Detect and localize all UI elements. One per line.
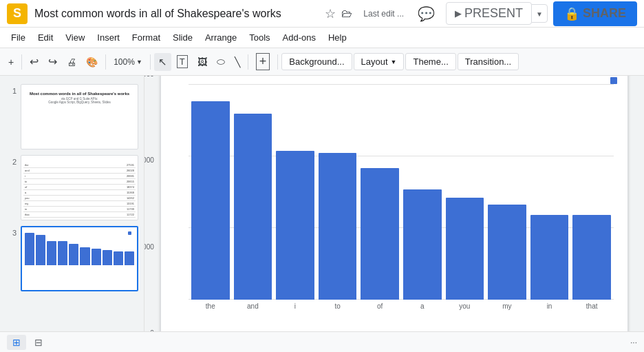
menu-file[interactable]: File (6, 30, 31, 45)
present-play-icon: ▶ (455, 8, 462, 19)
bottom-dots: ··· (630, 338, 637, 347)
star-icon[interactable]: ☆ (325, 6, 336, 21)
bar-of (361, 168, 399, 300)
menu-arrange[interactable]: Arrange (200, 30, 242, 45)
bar-that (572, 215, 611, 299)
x-label-in: in (530, 302, 569, 310)
toolbar: + ↩ ↪ 🖨 🎨 100% ▼ ↖ T 🖼 ⬭ ╲ + Background.… (0, 48, 644, 76)
print-icon: 🖨 (67, 56, 76, 68)
share-label: SHARE (583, 6, 626, 21)
slide-item-1[interactable]: 1 Most common words in all of Shakespear… (0, 81, 144, 152)
redo-button[interactable]: ↪ (44, 52, 61, 71)
menu-slide[interactable]: Slide (167, 30, 198, 45)
background-label: Background... (289, 56, 344, 67)
slide1-title: Most common words in all of Shakespeare'… (25, 92, 133, 96)
toolbar-separator-1 (21, 54, 22, 70)
x-label-you: you (446, 302, 484, 310)
main-area: 1 Most common words in all of Shakespear… (0, 76, 644, 331)
bar-to (319, 153, 357, 300)
y-label-30000: 30000 (144, 76, 154, 78)
list-view-icon: ⊟ (34, 337, 43, 348)
slide3-chart (22, 227, 137, 265)
grid-view-icon: ⊞ (12, 337, 21, 348)
bar-the (191, 101, 230, 300)
canvas-area: 30000 20000 10000 0 (144, 76, 644, 331)
last-edit-link[interactable]: Last edit ... (358, 6, 409, 21)
slide-number-3: 3 (6, 229, 17, 237)
bar-you (446, 198, 484, 299)
line-icon: ╲ (235, 56, 240, 68)
menu-help[interactable]: Help (323, 30, 352, 45)
present-dropdown-button[interactable]: ▼ (531, 4, 548, 23)
title-bar: S Most common words in all of Shakespear… (0, 0, 644, 28)
shapes-button[interactable]: ⬭ (213, 53, 229, 70)
bar-col-to (319, 84, 357, 300)
present-label: PRESENT (464, 6, 523, 21)
chart-plot (189, 84, 614, 300)
bar-i (276, 151, 314, 300)
add-slide-button[interactable]: + (4, 54, 18, 70)
x-label-a: a (403, 302, 442, 310)
menu-insert[interactable]: Insert (92, 30, 125, 45)
list-view-button[interactable]: ⊟ (29, 335, 48, 350)
undo-icon: ↩ (30, 55, 39, 68)
layout-button[interactable]: Layout ▼ (354, 53, 405, 70)
zoom-button[interactable]: 100% ▼ (109, 54, 147, 70)
comment-button[interactable]: 💬 (415, 3, 438, 25)
add-icon: + (256, 53, 270, 70)
line-button[interactable]: ╲ (230, 54, 244, 70)
x-labels: the and i to of a you my in that (189, 302, 614, 310)
y-label-10000: 10000 (144, 243, 154, 251)
slide-thumb-1[interactable]: Most common words in all of Shakespeare'… (21, 84, 138, 149)
share-button[interactable]: 🔒 SHARE (553, 1, 637, 26)
y-axis: 30000 20000 10000 0 (144, 76, 160, 331)
background-button[interactable]: Background... (281, 53, 352, 70)
slide-item-2[interactable]: 2 the27591 and26028 i20681 to20655 of183… (0, 152, 144, 223)
toolbar-separator-5 (277, 54, 278, 70)
layout-label: Layout (361, 56, 388, 67)
grid-view-button[interactable]: ⊞ (7, 335, 26, 350)
slide1-subtitle: via GCP and G Suite APIs:Google Apps Scr… (25, 97, 133, 104)
slide-thumb-3[interactable] (21, 226, 138, 291)
bar-col-of (361, 84, 399, 300)
slide-thumb-2[interactable]: the27591 and26028 i20681 to20655 of18374… (21, 155, 138, 220)
redo-icon: ↪ (48, 55, 57, 68)
menu-tools[interactable]: Tools (244, 30, 275, 45)
text-box-button[interactable]: T (173, 52, 192, 71)
add-element-button[interactable]: + (252, 50, 275, 73)
toolbar-separator-4 (248, 54, 248, 70)
zoom-dropdown-icon: ▼ (136, 59, 142, 65)
y-label-0: 0 (150, 329, 154, 331)
x-label-the: the (191, 302, 230, 310)
x-label-of: of (361, 302, 399, 310)
bar-my (488, 205, 526, 300)
slide2-table: the27591 and26028 i20681 to20655 of18374… (23, 163, 136, 218)
x-label-and: and (234, 302, 272, 310)
bar-and (234, 114, 272, 299)
bar-in (530, 215, 569, 299)
bar-col-that (572, 84, 611, 300)
present-button[interactable]: ▶ PRESENT (446, 2, 532, 25)
cursor-tool-button[interactable]: ↖ (154, 53, 171, 71)
menu-addons[interactable]: Add-ons (277, 30, 321, 45)
print-button[interactable]: 🖨 (63, 54, 80, 70)
bar-col-my (488, 84, 526, 300)
menu-edit[interactable]: Edit (32, 30, 58, 45)
slide-item-3[interactable]: 3 (0, 223, 144, 294)
slide-canvas[interactable]: 30000 20000 10000 0 (160, 76, 628, 331)
theme-button[interactable]: Theme... (405, 53, 455, 70)
lock-icon: 🔒 (564, 6, 579, 21)
bottom-bar: ⊞ ⊟ ··· (0, 331, 644, 352)
menu-format[interactable]: Format (127, 30, 166, 45)
bar-col-the (191, 84, 230, 300)
bar-col-in (530, 84, 569, 300)
menu-view[interactable]: View (60, 30, 90, 45)
folder-icon[interactable]: 🗁 (341, 8, 352, 20)
bar-a (403, 189, 442, 300)
undo-button[interactable]: ↩ (25, 52, 43, 71)
image-button[interactable]: 🖼 (193, 54, 211, 70)
shapes-icon: ⬭ (217, 56, 225, 68)
paint-format-button[interactable]: 🎨 (82, 54, 102, 70)
x-label-that: that (572, 302, 611, 310)
transition-button[interactable]: Transition... (458, 53, 519, 70)
